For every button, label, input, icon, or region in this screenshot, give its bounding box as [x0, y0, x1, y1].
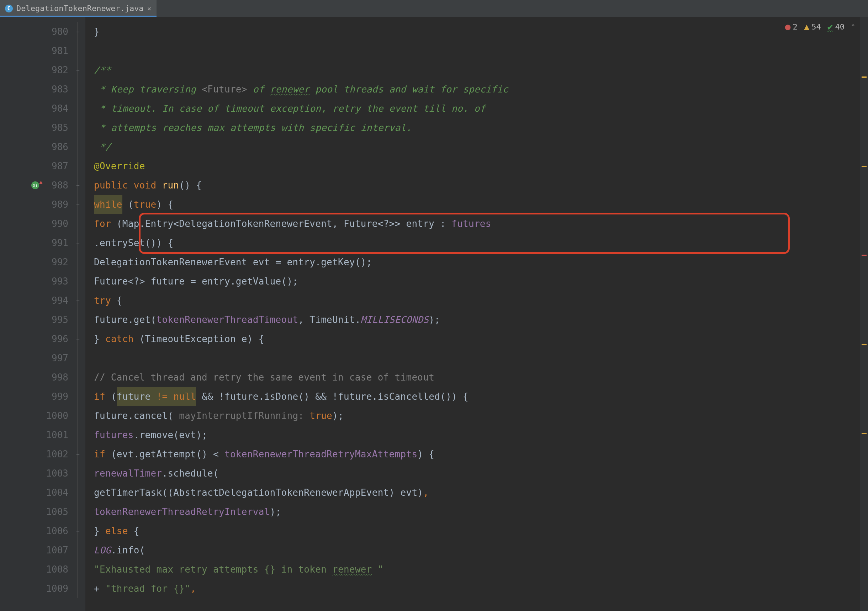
code-line[interactable]: * Keep traversing <Future> of renewer po… — [85, 80, 868, 99]
gutter-line: 1003 — [0, 464, 85, 483]
marker-strip[interactable] — [860, 17, 868, 611]
gutter-line: 984 — [0, 99, 85, 118]
code-line[interactable]: */ — [85, 137, 868, 156]
gutter-line: 997 — [0, 348, 85, 368]
gutter-line: 995 — [0, 310, 85, 329]
gutter-line: 992 — [0, 252, 85, 272]
editor-body: 980−981982−983984985986987988−o↑989−9909… — [0, 17, 868, 611]
gutter-line: 993 — [0, 272, 85, 291]
weak-count: 40 — [835, 22, 845, 31]
code-line[interactable]: .entrySet()) { — [85, 233, 868, 252]
tab-filename: DelegationTokenRenewer.java — [16, 4, 144, 13]
gutter-line: 999 — [0, 387, 85, 406]
close-icon[interactable]: × — [147, 4, 152, 13]
gutter-line: 981 — [0, 41, 85, 60]
error-count: 2 — [793, 22, 797, 31]
warning-count: 54 — [811, 22, 821, 31]
code-line[interactable] — [85, 348, 868, 368]
code-line[interactable]: + "thread for {}", — [85, 579, 868, 598]
code-line[interactable]: } — [85, 22, 868, 41]
weak-warning-icon: ✔ — [828, 21, 833, 32]
gutter-line: 988−o↑ — [0, 176, 85, 195]
inspection-errors[interactable]: ●2 — [785, 21, 798, 32]
gutter-line: 1004 — [0, 483, 85, 502]
inspection-warnings[interactable]: ▲54 — [804, 21, 821, 32]
error-marker[interactable] — [862, 255, 866, 256]
override-icon[interactable]: o↑ — [31, 181, 39, 189]
file-tab[interactable]: C DelegationTokenRenewer.java × — [0, 0, 157, 17]
code-line[interactable]: // Cancel thread and retry the same even… — [85, 368, 868, 387]
fold-expand-icon[interactable]: − — [75, 28, 81, 35]
gutter-line: 1008 — [0, 560, 85, 579]
warning-marker[interactable] — [862, 433, 866, 434]
fold-collapse-icon[interactable]: − — [75, 182, 81, 189]
gutter-line: 989− — [0, 195, 85, 214]
gutter-line: 1000 — [0, 406, 85, 425]
gutter: 980−981982−983984985986987988−o↑989−9909… — [0, 17, 85, 611]
code-line[interactable]: futures.remove(evt); — [85, 425, 868, 445]
fold-expand-icon[interactable]: − — [75, 528, 81, 534]
code-line[interactable]: future.cancel( mayInterruptIfRunning: tr… — [85, 406, 868, 425]
warning-marker[interactable] — [862, 166, 866, 167]
gutter-line: 991− — [0, 233, 85, 252]
tab-bar: C DelegationTokenRenewer.java × — [0, 0, 868, 17]
fold-collapse-icon[interactable]: − — [75, 297, 81, 304]
gutter-line: 1002− — [0, 445, 85, 464]
code-line[interactable]: LOG.info( — [85, 541, 868, 560]
gutter-line: 987 — [0, 156, 85, 176]
gutter-line: 1005 — [0, 502, 85, 521]
code-line[interactable]: Future<?> future = entry.getValue(); — [85, 272, 868, 291]
class-icon: C — [5, 5, 13, 12]
fold-collapse-icon[interactable]: − — [75, 451, 81, 457]
gutter-line: 1007 — [0, 541, 85, 560]
gutter-line: 1006− — [0, 521, 85, 541]
fold-collapse-icon[interactable]: − — [75, 240, 81, 246]
gutter-line: 998 — [0, 368, 85, 387]
warning-marker[interactable] — [862, 76, 866, 78]
gutter-line: 982− — [0, 60, 85, 80]
gutter-line: 983 — [0, 80, 85, 99]
warning-marker[interactable] — [862, 344, 866, 345]
code-line[interactable]: if (evt.getAttempt() < tokenRenewerThrea… — [85, 445, 868, 464]
code-line[interactable]: * timeout. In case of timeout exception,… — [85, 99, 868, 118]
code-line[interactable]: future.get(tokenRenewerThreadTimeout, Ti… — [85, 310, 868, 329]
gutter-line: 980− — [0, 22, 85, 41]
code-line[interactable]: getTimerTask((AbstractDelegationTokenRen… — [85, 483, 868, 502]
code-line[interactable]: "Exhausted max retry attempts {} in toke… — [85, 560, 868, 579]
code-line[interactable]: @Override — [85, 156, 868, 176]
fold-collapse-icon[interactable]: − — [75, 201, 81, 208]
code-line[interactable]: } catch (TimeoutException e) { — [85, 329, 868, 348]
code-line[interactable]: renewalTimer.schedule( — [85, 464, 868, 483]
code-line[interactable]: } else { — [85, 521, 868, 541]
code-line[interactable]: DelegationTokenRenewerEvent evt = entry.… — [85, 252, 868, 272]
gutter-line: 1001 — [0, 425, 85, 445]
gutter-line: 985 — [0, 118, 85, 137]
code-line[interactable]: for (Map.Entry<DelegationTokenRenewerEve… — [85, 214, 868, 233]
fold-collapse-icon[interactable]: − — [75, 336, 81, 342]
gutter-line: 996− — [0, 329, 85, 348]
fold-collapse-icon[interactable]: − — [75, 67, 81, 73]
inspection-bar[interactable]: ●2 ▲54 ✔40 ⌃ — [785, 21, 855, 32]
gutter-line: 990 — [0, 214, 85, 233]
code-line[interactable]: public void run() { — [85, 176, 868, 195]
gutter-line: 986 — [0, 137, 85, 156]
gutter-line: 1009 — [0, 579, 85, 598]
code-line[interactable]: * attempts reaches max attempts with spe… — [85, 118, 868, 137]
warning-icon: ▲ — [804, 21, 810, 32]
error-icon: ● — [785, 21, 791, 32]
code-line[interactable]: try { — [85, 291, 868, 310]
code-line[interactable]: if (future != null && !future.isDone() &… — [85, 387, 868, 406]
code-line[interactable]: tokenRenewerThreadRetryInterval); — [85, 502, 868, 521]
chevron-icon[interactable]: ⌃ — [851, 22, 855, 31]
code-line[interactable] — [85, 41, 868, 60]
gutter-line: 994− — [0, 291, 85, 310]
inspection-weak[interactable]: ✔40 — [828, 21, 845, 32]
code-area[interactable]: ●2 ▲54 ✔40 ⌃ } /** * Keep traversing <Fu… — [85, 17, 868, 611]
code-line[interactable]: /** — [85, 60, 868, 80]
code-line[interactable]: while (true) { — [85, 195, 868, 214]
